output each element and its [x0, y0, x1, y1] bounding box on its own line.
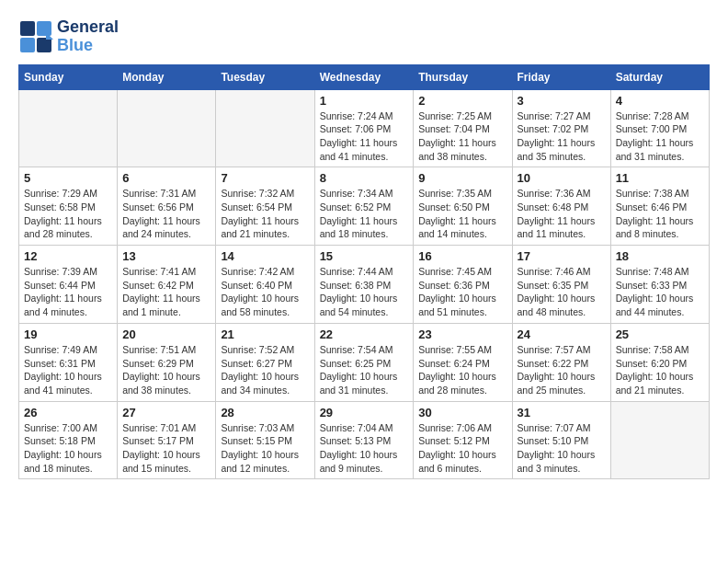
logo-name-2: Blue: [57, 37, 119, 55]
day-number: 22: [320, 327, 409, 341]
day-info: Sunrise: 7:04 AM Sunset: 5:13 PM Dayligh…: [320, 421, 409, 476]
weekday-header-row: SundayMondayTuesdayWednesdayThursdayFrid…: [19, 64, 710, 89]
weekday-header-friday: Friday: [512, 64, 610, 89]
calendar-week-row: 5Sunrise: 7:29 AM Sunset: 6:58 PM Daylig…: [19, 167, 710, 246]
logo: General Blue: [18, 18, 119, 55]
day-info: Sunrise: 7:57 AM Sunset: 6:22 PM Dayligh…: [518, 343, 606, 397]
calendar-cell: 7Sunrise: 7:32 AM Sunset: 6:54 PM Daylig…: [216, 167, 314, 246]
day-info: Sunrise: 7:34 AM Sunset: 6:52 PM Dayligh…: [320, 187, 409, 241]
day-number: 14: [221, 249, 309, 263]
weekday-header-monday: Monday: [118, 64, 216, 89]
calendar-cell: 26Sunrise: 7:00 AM Sunset: 5:18 PM Dayli…: [19, 401, 118, 479]
calendar-cell: 5Sunrise: 7:29 AM Sunset: 6:58 PM Daylig…: [19, 167, 118, 246]
calendar-table: SundayMondayTuesdayWednesdayThursdayFrid…: [18, 64, 710, 480]
day-number: 9: [418, 171, 506, 185]
calendar-cell: 9Sunrise: 7:35 AM Sunset: 6:50 PM Daylig…: [414, 167, 512, 246]
day-number: 8: [320, 171, 409, 185]
day-number: 24: [518, 327, 606, 341]
day-info: Sunrise: 7:35 AM Sunset: 6:50 PM Dayligh…: [418, 187, 506, 241]
svg-rect-0: [20, 21, 35, 36]
calendar-week-row: 12Sunrise: 7:39 AM Sunset: 6:44 PM Dayli…: [19, 246, 710, 324]
day-number: 4: [616, 94, 704, 108]
calendar-cell: [118, 89, 216, 167]
svg-rect-2: [20, 38, 35, 52]
logo-name-1: General: [57, 18, 119, 37]
calendar-cell: 19Sunrise: 7:49 AM Sunset: 6:31 PM Dayli…: [19, 323, 118, 401]
calendar-cell: 1Sunrise: 7:24 AM Sunset: 7:06 PM Daylig…: [314, 89, 414, 167]
day-info: Sunrise: 7:39 AM Sunset: 6:44 PM Dayligh…: [24, 265, 112, 319]
weekday-header-sunday: Sunday: [19, 64, 118, 89]
day-info: Sunrise: 7:03 AM Sunset: 5:15 PM Dayligh…: [221, 421, 309, 476]
day-info: Sunrise: 7:28 AM Sunset: 7:00 PM Dayligh…: [616, 109, 704, 164]
logo-icon: [18, 19, 53, 54]
calendar-cell: 25Sunrise: 7:58 AM Sunset: 6:20 PM Dayli…: [610, 323, 709, 401]
day-info: Sunrise: 7:45 AM Sunset: 6:36 PM Dayligh…: [418, 265, 506, 319]
calendar-cell: 16Sunrise: 7:45 AM Sunset: 6:36 PM Dayli…: [414, 246, 512, 324]
day-info: Sunrise: 7:48 AM Sunset: 6:33 PM Dayligh…: [616, 265, 704, 319]
day-number: 18: [616, 249, 704, 263]
day-number: 19: [24, 327, 112, 341]
day-number: 6: [122, 171, 210, 185]
calendar-cell: 17Sunrise: 7:46 AM Sunset: 6:35 PM Dayli…: [512, 246, 610, 324]
day-number: 31: [518, 406, 606, 419]
calendar-week-row: 26Sunrise: 7:00 AM Sunset: 5:18 PM Dayli…: [19, 401, 710, 479]
calendar-cell: 13Sunrise: 7:41 AM Sunset: 6:42 PM Dayli…: [118, 246, 216, 324]
day-info: Sunrise: 7:42 AM Sunset: 6:40 PM Dayligh…: [221, 265, 309, 319]
day-info: Sunrise: 7:46 AM Sunset: 6:35 PM Dayligh…: [518, 265, 606, 319]
calendar-cell: 4Sunrise: 7:28 AM Sunset: 7:00 PM Daylig…: [610, 89, 709, 167]
page-header: General Blue: [18, 18, 710, 55]
day-info: Sunrise: 7:06 AM Sunset: 5:12 PM Dayligh…: [418, 421, 506, 476]
day-number: 1: [320, 94, 409, 108]
calendar-cell: 11Sunrise: 7:38 AM Sunset: 6:46 PM Dayli…: [610, 167, 709, 246]
day-number: 20: [122, 327, 210, 341]
day-info: Sunrise: 7:31 AM Sunset: 6:56 PM Dayligh…: [122, 187, 210, 241]
day-info: Sunrise: 7:49 AM Sunset: 6:31 PM Dayligh…: [24, 343, 112, 397]
day-number: 5: [24, 171, 112, 185]
day-info: Sunrise: 7:52 AM Sunset: 6:27 PM Dayligh…: [221, 343, 309, 397]
day-info: Sunrise: 7:41 AM Sunset: 6:42 PM Dayligh…: [122, 265, 210, 319]
day-number: 11: [616, 171, 704, 185]
calendar-cell: 2Sunrise: 7:25 AM Sunset: 7:04 PM Daylig…: [414, 89, 512, 167]
calendar-cell: 20Sunrise: 7:51 AM Sunset: 6:29 PM Dayli…: [118, 323, 216, 401]
calendar-cell: 12Sunrise: 7:39 AM Sunset: 6:44 PM Dayli…: [19, 246, 118, 324]
day-number: 30: [418, 406, 506, 419]
calendar-cell: 30Sunrise: 7:06 AM Sunset: 5:12 PM Dayli…: [414, 401, 512, 479]
calendar-week-row: 1Sunrise: 7:24 AM Sunset: 7:06 PM Daylig…: [19, 89, 710, 167]
calendar-cell: 31Sunrise: 7:07 AM Sunset: 5:10 PM Dayli…: [512, 401, 610, 479]
calendar-cell: 27Sunrise: 7:01 AM Sunset: 5:17 PM Dayli…: [118, 401, 216, 479]
weekday-header-tuesday: Tuesday: [216, 64, 314, 89]
calendar-cell: [610, 401, 709, 479]
calendar-cell: 8Sunrise: 7:34 AM Sunset: 6:52 PM Daylig…: [314, 167, 414, 246]
weekday-header-thursday: Thursday: [414, 64, 512, 89]
day-number: 25: [616, 327, 704, 341]
day-info: Sunrise: 7:32 AM Sunset: 6:54 PM Dayligh…: [221, 187, 309, 241]
day-number: 16: [418, 249, 506, 263]
day-number: 29: [320, 406, 409, 419]
day-number: 13: [122, 249, 210, 263]
day-info: Sunrise: 7:36 AM Sunset: 6:48 PM Dayligh…: [518, 187, 606, 241]
day-info: Sunrise: 7:27 AM Sunset: 7:02 PM Dayligh…: [518, 109, 606, 164]
day-info: Sunrise: 7:24 AM Sunset: 7:06 PM Dayligh…: [320, 109, 409, 164]
calendar-cell: [19, 89, 118, 167]
day-info: Sunrise: 7:25 AM Sunset: 7:04 PM Dayligh…: [418, 109, 506, 164]
day-info: Sunrise: 7:55 AM Sunset: 6:24 PM Dayligh…: [418, 343, 506, 397]
day-info: Sunrise: 7:07 AM Sunset: 5:10 PM Dayligh…: [518, 421, 606, 476]
calendar-cell: 21Sunrise: 7:52 AM Sunset: 6:27 PM Dayli…: [216, 323, 314, 401]
day-number: 27: [122, 406, 210, 419]
day-number: 17: [518, 249, 606, 263]
calendar-cell: 29Sunrise: 7:04 AM Sunset: 5:13 PM Dayli…: [314, 401, 414, 479]
day-number: 26: [24, 406, 112, 419]
calendar-cell: 14Sunrise: 7:42 AM Sunset: 6:40 PM Dayli…: [216, 246, 314, 324]
day-info: Sunrise: 7:54 AM Sunset: 6:25 PM Dayligh…: [320, 343, 409, 397]
day-number: 23: [418, 327, 506, 341]
weekday-header-saturday: Saturday: [610, 64, 709, 89]
calendar-cell: 3Sunrise: 7:27 AM Sunset: 7:02 PM Daylig…: [512, 89, 610, 167]
day-info: Sunrise: 7:51 AM Sunset: 6:29 PM Dayligh…: [122, 343, 210, 397]
calendar-cell: 15Sunrise: 7:44 AM Sunset: 6:38 PM Dayli…: [314, 246, 414, 324]
day-number: 2: [418, 94, 506, 108]
day-number: 3: [518, 94, 606, 108]
calendar-cell: 10Sunrise: 7:36 AM Sunset: 6:48 PM Dayli…: [512, 167, 610, 246]
day-info: Sunrise: 7:01 AM Sunset: 5:17 PM Dayligh…: [122, 421, 210, 476]
day-number: 12: [24, 249, 112, 263]
calendar-cell: 22Sunrise: 7:54 AM Sunset: 6:25 PM Dayli…: [314, 323, 414, 401]
